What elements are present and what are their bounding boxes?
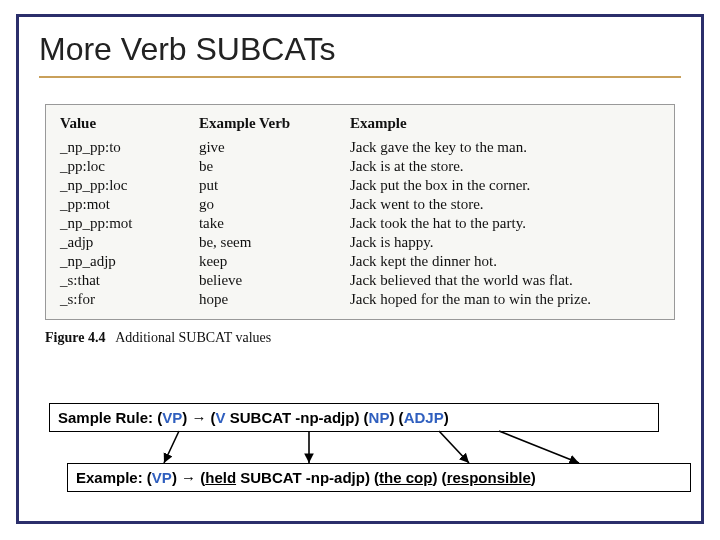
table-row: _np_pp:mottakeJack took the hat to the p…: [58, 214, 662, 233]
col-header-example: Example: [348, 113, 662, 138]
table-row: _pp:motgoJack went to the store.: [58, 195, 662, 214]
table-row: _np_adjpkeepJack kept the dinner hot.: [58, 252, 662, 271]
title-underline: [39, 76, 681, 78]
col-header-verb: Example Verb: [197, 113, 348, 138]
table-row: _s:thatbelieveJack believed that the wor…: [58, 271, 662, 290]
figure-caption-text: Additional SUBCAT values: [115, 330, 271, 345]
table-row: _adjpbe, seemJack is happy.: [58, 233, 662, 252]
figure-box: Value Example Verb Example _np_pp:togive…: [45, 104, 675, 320]
subcat-table: Value Example Verb Example _np_pp:togive…: [58, 113, 662, 309]
slide-frame: More Verb SUBCATs Value Example Verb Exa…: [16, 14, 704, 524]
svg-line-3: [499, 431, 579, 463]
table-row: _np_pp:locputJack put the box in the cor…: [58, 176, 662, 195]
col-header-value: Value: [58, 113, 197, 138]
example-text: Example: (VP) → (held SUBCAT -np-adjp) (…: [76, 469, 536, 486]
figure-label: Figure 4.4: [45, 330, 105, 345]
svg-line-0: [164, 431, 179, 463]
figure-caption: Figure 4.4 Additional SUBCAT values: [45, 330, 701, 346]
slide-title: More Verb SUBCATs: [19, 17, 701, 74]
svg-line-2: [439, 431, 469, 463]
table-row: _pp:locbeJack is at the store.: [58, 157, 662, 176]
sample-rule-text: Sample Rule: (VP) → (V SUBCAT -np-adjp) …: [58, 409, 449, 426]
sample-rule-box: Sample Rule: (VP) → (V SUBCAT -np-adjp) …: [49, 403, 659, 432]
table-row: _s:forhopeJack hoped for the man to win …: [58, 290, 662, 309]
example-box: Example: (VP) → (held SUBCAT -np-adjp) (…: [67, 463, 691, 492]
table-row: _np_pp:togiveJack gave the key to the ma…: [58, 138, 662, 157]
